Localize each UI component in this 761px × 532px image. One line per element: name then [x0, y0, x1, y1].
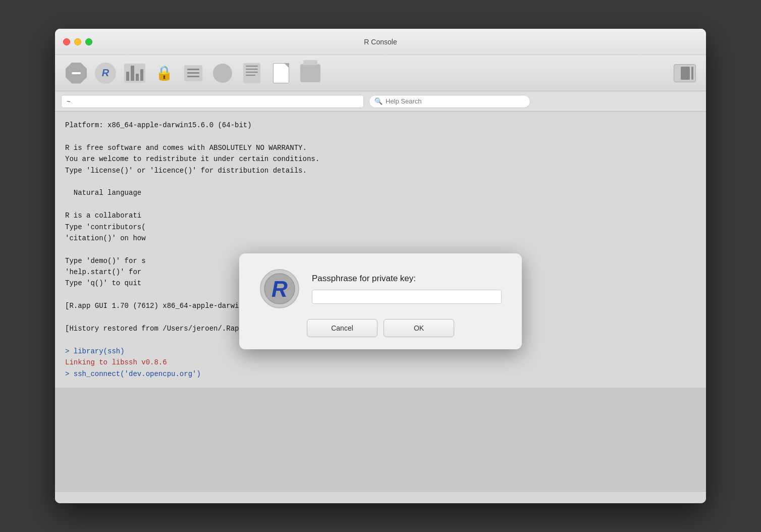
modal-buttons: Cancel OK — [259, 319, 502, 337]
path-input[interactable]: ~ — [61, 95, 364, 108]
cancel-button[interactable]: Cancel — [307, 319, 377, 337]
passphrase-dialog: R Passphrase for private key: Cancel OK — [239, 253, 522, 349]
script-button[interactable] — [239, 60, 265, 86]
toolbar: R 🔒 — [55, 55, 706, 91]
window-title: R Console — [364, 38, 397, 46]
stop-icon — [66, 63, 87, 84]
sidebar-toggle-icon — [674, 64, 696, 82]
script-icon — [243, 63, 260, 83]
print-icon — [300, 64, 320, 82]
r-button[interactable]: R — [92, 60, 119, 86]
sidebar-toggle-button[interactable] — [672, 60, 698, 86]
titlebar: R Console — [55, 29, 706, 55]
chart-button[interactable] — [122, 60, 148, 86]
ok-button[interactable]: OK — [384, 319, 454, 337]
r-icon: R — [95, 63, 116, 84]
addressbar: ~ 🔍 — [55, 91, 706, 112]
path-value: ~ — [67, 97, 71, 105]
window-controls — [63, 38, 92, 45]
minimize-button[interactable] — [74, 38, 81, 45]
list-icon — [184, 65, 202, 81]
new-doc-button[interactable] — [268, 60, 294, 86]
modal-content-row: R Passphrase for private key: — [259, 269, 502, 309]
passphrase-input[interactable] — [312, 290, 502, 304]
print-button[interactable] — [297, 60, 323, 86]
search-input[interactable] — [386, 97, 486, 105]
main-window: R Console R 🔒 — [55, 29, 706, 503]
new-doc-icon — [273, 63, 289, 83]
statusbar — [55, 491, 706, 503]
lock-icon: 🔒 — [155, 65, 173, 81]
modal-title: Passphrase for private key: — [312, 274, 502, 284]
search-bar: 🔍 — [369, 95, 530, 108]
globe-icon — [213, 64, 232, 83]
maximize-button[interactable] — [85, 38, 92, 45]
console-wrapper: Platform: x86_64-apple-darwin15.6.0 (64-… — [55, 112, 706, 491]
stop-button[interactable] — [63, 60, 89, 86]
search-icon: 🔍 — [374, 97, 383, 105]
globe-button[interactable] — [209, 60, 236, 86]
svg-text:R: R — [271, 277, 288, 301]
chart-icon — [124, 64, 145, 83]
modal-overlay: R Passphrase for private key: Cancel OK — [55, 112, 706, 491]
list-button[interactable] — [180, 60, 206, 86]
r-logo: R — [259, 269, 300, 309]
modal-right: Passphrase for private key: — [312, 274, 502, 304]
lock-button[interactable]: 🔒 — [151, 60, 177, 86]
close-button[interactable] — [63, 38, 70, 45]
